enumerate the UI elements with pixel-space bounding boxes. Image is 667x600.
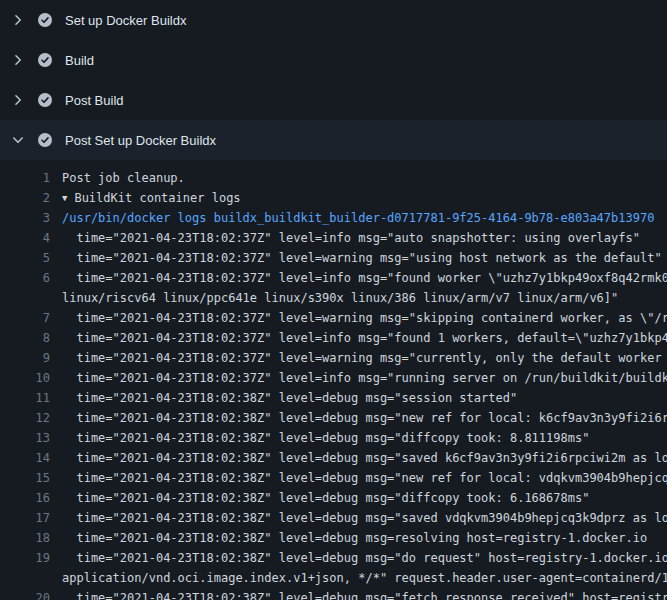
step-header-setup-docker-buildx[interactable]: Set up Docker Buildx — [0, 0, 667, 40]
log-text: time="2021-04-23T18:02:38Z" level=debug … — [62, 408, 667, 428]
log-text: time="2021-04-23T18:02:38Z" level=debug … — [62, 468, 667, 488]
chevron-down-icon[interactable] — [10, 132, 26, 148]
log-text: time="2021-04-23T18:02:38Z" level=debug … — [62, 508, 667, 528]
line-number[interactable]: 11 — [0, 388, 50, 408]
log-text: time="2021-04-23T18:02:38Z" level=debug … — [62, 588, 667, 600]
line-number[interactable]: 16 — [0, 488, 50, 508]
log-line: application/vnd.oci.image.index.v1+json,… — [0, 568, 667, 588]
workflow-log-viewer: Set up Docker Buildx Build Post Build Po… — [0, 0, 667, 600]
log-line: 17 time="2021-04-23T18:02:38Z" level=deb… — [0, 508, 667, 528]
log-text: time="2021-04-23T18:02:38Z" level=debug … — [62, 548, 667, 568]
log-line: 5 time="2021-04-23T18:02:37Z" level=warn… — [0, 248, 667, 268]
line-number[interactable]: 1 — [0, 168, 50, 188]
line-number[interactable]: 6 — [0, 268, 50, 288]
log-line: 6 time="2021-04-23T18:02:37Z" level=info… — [0, 268, 667, 288]
log-line: 7 time="2021-04-23T18:02:37Z" level=warn… — [0, 308, 667, 328]
log-text: time="2021-04-23T18:02:38Z" level=debug … — [62, 388, 667, 408]
log-line: 11 time="2021-04-23T18:02:38Z" level=deb… — [0, 388, 667, 408]
step-header-post-build[interactable]: Post Build — [0, 80, 667, 120]
log-text: time="2021-04-23T18:02:38Z" level=debug … — [62, 448, 667, 468]
line-number[interactable]: 3 — [0, 208, 50, 228]
line-number[interactable]: 8 — [0, 328, 50, 348]
log-text: time="2021-04-23T18:02:37Z" level=info m… — [62, 328, 667, 348]
log-line: 3/usr/bin/docker logs buildx_buildkit_bu… — [0, 208, 667, 228]
step-header-build[interactable]: Build — [0, 40, 667, 80]
log-line: 10 time="2021-04-23T18:02:37Z" level=inf… — [0, 368, 667, 388]
step-header-post-setup-docker-buildx[interactable]: Post Set up Docker Buildx — [0, 120, 667, 160]
log-text: Post job cleanup. — [62, 168, 667, 188]
step-label: Set up Docker Buildx — [65, 13, 186, 28]
line-number[interactable]: 12 — [0, 408, 50, 428]
log-line: 4 time="2021-04-23T18:02:37Z" level=info… — [0, 228, 667, 248]
check-circle-icon — [37, 132, 53, 148]
line-number[interactable]: 7 — [0, 308, 50, 328]
line-number[interactable]: 15 — [0, 468, 50, 488]
log-text[interactable]: ▼BuildKit container logs — [62, 188, 667, 208]
chevron-right-icon[interactable] — [10, 52, 26, 68]
log-text: time="2021-04-23T18:02:38Z" level=debug … — [62, 428, 667, 448]
step-label: Post Build — [65, 93, 124, 108]
log-text: linux/riscv64 linux/ppc641e linux/s390x … — [62, 288, 667, 308]
line-number[interactable]: 9 — [0, 348, 50, 368]
check-circle-icon — [37, 92, 53, 108]
log-line: 18 time="2021-04-23T18:02:38Z" level=deb… — [0, 528, 667, 548]
log-text: application/vnd.oci.image.index.v1+json,… — [62, 568, 667, 588]
chevron-right-icon[interactable] — [10, 12, 26, 28]
log-line: 8 time="2021-04-23T18:02:37Z" level=info… — [0, 328, 667, 348]
check-circle-icon — [37, 12, 53, 28]
log-text: time="2021-04-23T18:02:38Z" level=debug … — [62, 488, 667, 508]
log-line: 2▼BuildKit container logs — [0, 188, 667, 208]
line-number[interactable]: 4 — [0, 228, 50, 248]
line-number — [0, 288, 50, 308]
log-line: 13 time="2021-04-23T18:02:38Z" level=deb… — [0, 428, 667, 448]
log-line: 1Post job cleanup. — [0, 168, 667, 188]
log-text: time="2021-04-23T18:02:37Z" level=info m… — [62, 368, 667, 388]
log-text: time="2021-04-23T18:02:38Z" level=debug … — [62, 528, 667, 548]
group-collapse-icon[interactable]: ▼ — [62, 193, 67, 203]
log-line: 19 time="2021-04-23T18:02:38Z" level=deb… — [0, 548, 667, 568]
log-command-text: /usr/bin/docker logs buildx_buildkit_bui… — [62, 208, 667, 228]
check-circle-icon — [37, 52, 53, 68]
log-line: linux/riscv64 linux/ppc641e linux/s390x … — [0, 288, 667, 308]
line-number[interactable]: 13 — [0, 428, 50, 448]
line-number[interactable]: 20 — [0, 588, 50, 600]
log-line: 9 time="2021-04-23T18:02:37Z" level=warn… — [0, 348, 667, 368]
step-label: Build — [65, 53, 94, 68]
line-number[interactable]: 5 — [0, 248, 50, 268]
log-text: time="2021-04-23T18:02:37Z" level=warnin… — [62, 308, 667, 328]
line-number[interactable]: 2 — [0, 188, 50, 208]
log-line: 12 time="2021-04-23T18:02:38Z" level=deb… — [0, 408, 667, 428]
step-label: Post Set up Docker Buildx — [65, 133, 216, 148]
line-number[interactable]: 18 — [0, 528, 50, 548]
chevron-right-icon[interactable] — [10, 92, 26, 108]
log-line: 14 time="2021-04-23T18:02:38Z" level=deb… — [0, 448, 667, 468]
line-number[interactable]: 17 — [0, 508, 50, 528]
line-number — [0, 568, 50, 588]
log-line: 20 time="2021-04-23T18:02:38Z" level=deb… — [0, 588, 667, 600]
line-number[interactable]: 14 — [0, 448, 50, 468]
line-number[interactable]: 19 — [0, 548, 50, 568]
log-text: time="2021-04-23T18:02:37Z" level=warnin… — [62, 248, 667, 268]
log-text: time="2021-04-23T18:02:37Z" level=info m… — [62, 268, 667, 288]
log-line: 15 time="2021-04-23T18:02:38Z" level=deb… — [0, 468, 667, 488]
log-line: 16 time="2021-04-23T18:02:38Z" level=deb… — [0, 488, 667, 508]
log-lines: 1Post job cleanup.2▼BuildKit container l… — [0, 160, 667, 600]
log-text: time="2021-04-23T18:02:37Z" level=warnin… — [62, 348, 667, 368]
line-number[interactable]: 10 — [0, 368, 50, 388]
log-text: time="2021-04-23T18:02:37Z" level=info m… — [62, 228, 667, 248]
